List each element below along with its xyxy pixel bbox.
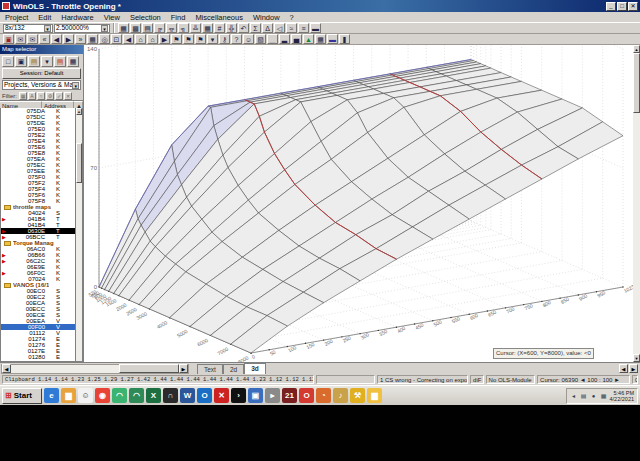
chart3-icon[interactable]: ▅	[291, 34, 302, 44]
title-bar[interactable]: WinOLS - Throttle Opening * _ □ ✕	[0, 0, 640, 12]
maximize-button[interactable]: □	[617, 2, 627, 11]
menu-selection[interactable]: Selection	[125, 13, 166, 22]
project-icon[interactable]: ▣	[3, 34, 14, 44]
taskbar-obd-app-icon[interactable]: ☺	[78, 388, 93, 403]
insert-column-left-icon[interactable]: ╔	[154, 23, 165, 33]
taskbar-folder-icon[interactable]: ▆	[61, 388, 76, 403]
home-icon[interactable]: ⌂	[135, 34, 146, 44]
home2-icon[interactable]: ⌂	[147, 34, 158, 44]
prev-version-icon[interactable]: ◀	[51, 34, 62, 44]
scroll-left-icon[interactable]: ◀	[619, 364, 628, 373]
taskbar-winamp-icon[interactable]: ♪	[333, 388, 348, 403]
column-header-name[interactable]: Name	[0, 101, 42, 108]
taskbar-green-app-icon[interactable]: ◠	[112, 388, 127, 403]
first-version-icon[interactable]: «	[39, 34, 50, 44]
taskbar-console-icon[interactable]: ›	[231, 388, 246, 403]
taskbar-blue-app-icon[interactable]: ▣	[248, 388, 263, 403]
filter-button-0[interactable]: ▦	[19, 92, 27, 100]
close-button[interactable]: ✕	[628, 2, 638, 11]
key-icon[interactable]: ⚷	[219, 34, 230, 44]
taskbar-opera-icon[interactable]: O	[299, 388, 314, 403]
solid-icon[interactable]: ▬	[327, 34, 338, 44]
taskbar-wrench-icon[interactable]: ⚒	[350, 388, 365, 403]
picture-icon[interactable]: ▧	[255, 34, 266, 44]
sidebar-caption[interactable]: Map selector	[0, 45, 83, 54]
open-dropdown-icon[interactable]: ▾	[41, 56, 53, 67]
zoom-factor-combo[interactable]: 2.500000%▾	[54, 24, 110, 33]
green-chart-icon[interactable]: ▲	[303, 34, 314, 44]
filter-button-3[interactable]: ⚙	[46, 92, 54, 100]
chart-vertical-scrollbar[interactable]: ▲ ▼	[633, 45, 640, 362]
grid-icon[interactable]: ▤	[142, 23, 153, 33]
preview-icon[interactable]: ⊡	[111, 34, 122, 44]
surface-plot[interactable]: 0701405206508001000125015002000250030004…	[85, 45, 633, 362]
import-folder-icon[interactable]: ▤	[54, 56, 66, 67]
scroll-right-icon[interactable]: ▶	[179, 364, 188, 373]
insert-column-icon[interactable]: ╦	[166, 23, 177, 33]
taskbar-orange-browser-icon[interactable]: ◔	[316, 388, 331, 403]
taskbar-media-app-icon[interactable]: ▸	[265, 388, 280, 403]
menu-find[interactable]: Find	[166, 13, 191, 22]
tray-icon-0[interactable]: ◂	[570, 392, 578, 400]
menu-project[interactable]: Project	[0, 13, 33, 22]
tab-text[interactable]: Text	[197, 364, 223, 375]
grid-view-icon[interactable]: ▦	[87, 34, 98, 44]
bars-icon[interactable]: ▬	[310, 23, 321, 33]
tab-3d[interactable]: 3d	[244, 363, 266, 375]
curve-icon[interactable]: ≈	[286, 23, 297, 33]
mail-icon[interactable]: ✉	[15, 34, 26, 44]
menu-view[interactable]: View	[99, 13, 125, 22]
mail2-icon[interactable]: ✉	[27, 34, 38, 44]
scroll-down-icon[interactable]: ▼	[633, 354, 640, 362]
surface-chart[interactable]: 0701405206508001000125015002000250030004…	[84, 45, 633, 362]
tree-row[interactable]: ▶01280E	[1, 354, 75, 360]
sidebar-scrollbar[interactable]: ▲	[75, 108, 82, 361]
spinner-icon[interactable]: ▾	[101, 25, 108, 32]
spinner-icon[interactable]: ▾	[44, 25, 51, 32]
taskbar-red-21-icon[interactable]: 21	[282, 388, 297, 403]
taskbar-red-utility-icon[interactable]: ✕	[214, 388, 229, 403]
list-icon[interactable]: ≡	[298, 23, 309, 33]
filter-button-4[interactable]: ✓	[55, 92, 63, 100]
value-format-combo[interactable]: 8x/132▾	[3, 24, 53, 33]
filter-button-2[interactable]: ≈	[37, 92, 45, 100]
map-2d-icon[interactable]: ▦	[118, 23, 129, 33]
last-version-icon[interactable]: »	[75, 34, 86, 44]
scroll-thumb[interactable]	[119, 364, 179, 373]
smiley-icon[interactable]: ☺	[243, 34, 254, 44]
flag2-icon[interactable]: ⚑	[183, 34, 194, 44]
menu-[interactable]: ?	[285, 13, 299, 22]
taskbar-outlook-icon[interactable]: O	[197, 388, 212, 403]
scroll-up-icon[interactable]: ▲	[76, 108, 82, 115]
bar-icon[interactable]: ❚	[339, 34, 350, 44]
menu-window[interactable]: Window	[248, 13, 285, 22]
tray-icon-1[interactable]: ▤	[580, 392, 588, 400]
forward-icon[interactable]: ▶	[159, 34, 170, 44]
tray-icon-3[interactable]: ▦	[600, 392, 608, 400]
taskbar-word-icon[interactable]: W	[180, 388, 195, 403]
new-icon[interactable]: □	[2, 56, 14, 67]
menu-hardware[interactable]: Hardware	[56, 13, 99, 22]
session-button[interactable]: Session: Default	[2, 68, 81, 79]
menu-miscellaneous[interactable]: Miscellaneous	[190, 13, 248, 22]
back-icon[interactable]: ◀	[123, 34, 134, 44]
window-split-icon[interactable]: ╬	[226, 23, 237, 33]
chevron-down-icon[interactable]: ▾	[72, 82, 79, 89]
map-3d-icon[interactable]: ▩	[130, 23, 141, 33]
layout-dropdown-icon[interactable]: ▦	[315, 34, 326, 44]
chart1-icon[interactable]: ▁	[267, 34, 278, 44]
triangle-left-icon[interactable]: ◁	[274, 23, 285, 33]
scroll-thumb[interactable]	[633, 53, 640, 113]
tray-icon-2[interactable]: ●	[590, 392, 598, 400]
tree-mode-combo[interactable]: Projects, Versions & Maps▾	[2, 80, 81, 90]
filter-button-5[interactable]: ✕	[64, 92, 72, 100]
open-folder-icon[interactable]: ▤	[28, 56, 40, 67]
help-icon[interactable]: ?	[231, 34, 242, 44]
properties-icon[interactable]: ▦	[67, 56, 79, 67]
tab-2d[interactable]: 2d	[223, 364, 244, 375]
taskbar-cap-app-icon[interactable]: ∩	[163, 388, 178, 403]
taskbar-ie-icon[interactable]: e	[44, 388, 59, 403]
hash-icon[interactable]: #	[214, 23, 225, 33]
scroll-left-icon[interactable]: ◀	[2, 364, 11, 373]
sum-icon[interactable]: Σ	[250, 23, 261, 33]
